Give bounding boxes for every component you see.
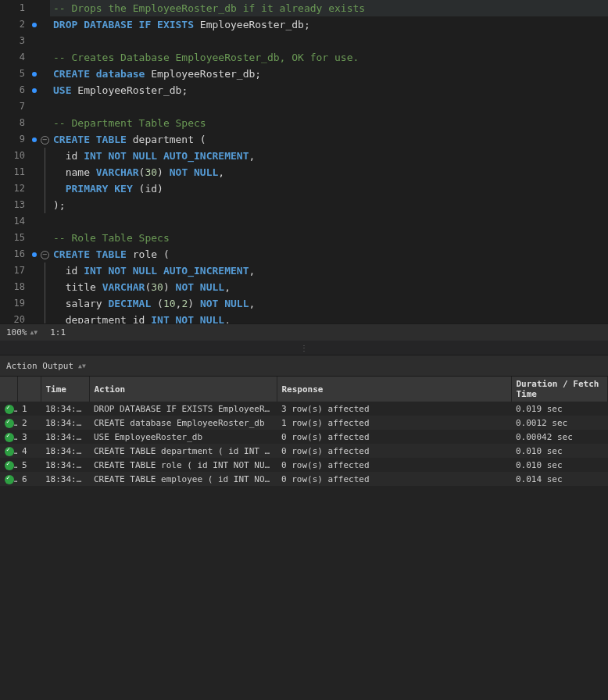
line-number: 5 bbox=[0, 66, 25, 82]
marker-cell bbox=[30, 82, 39, 98]
code-line[interactable]: DROP DATABASE IF EXISTS EmployeeRoster_d… bbox=[50, 16, 608, 33]
column-header[interactable]: Duration / Fetch Time bbox=[511, 377, 608, 402]
output-row[interactable]: 418:34:48CREATE TABLE department ( id IN… bbox=[0, 444, 608, 458]
code-line[interactable]: CREATE database EmployeeRoster_db; bbox=[50, 66, 608, 82]
marker-cell bbox=[30, 279, 39, 295]
output-cell: 0.010 sec bbox=[511, 444, 608, 458]
output-cell bbox=[0, 458, 17, 472]
code-line[interactable]: CREATE TABLE department ( bbox=[50, 131, 608, 148]
code-line[interactable]: PRIMARY KEY (id) bbox=[50, 180, 608, 197]
zoom-value: 100% bbox=[6, 327, 27, 338]
code-line[interactable]: CREATE TABLE role ( bbox=[50, 246, 608, 262]
fold-cell bbox=[39, 148, 50, 164]
line-number: 9 bbox=[0, 131, 25, 148]
output-header-row: TimeActionResponseDuration / Fetch Time bbox=[0, 377, 608, 402]
updown-icon: ▲▼ bbox=[30, 329, 38, 336]
line-number: 7 bbox=[0, 98, 25, 115]
code-line[interactable]: USE EmployeeRoster_db; bbox=[50, 82, 608, 98]
code-line[interactable]: ); bbox=[50, 197, 608, 213]
success-icon bbox=[5, 405, 14, 414]
fold-toggle-icon[interactable]: − bbox=[41, 136, 49, 145]
fold-cell bbox=[39, 213, 50, 230]
fold-cell bbox=[39, 115, 50, 131]
fold-cell bbox=[39, 180, 50, 197]
code-line[interactable]: department_id INT NOT NULL, bbox=[50, 312, 608, 323]
code-line[interactable]: -- Department Table Specs bbox=[50, 115, 608, 131]
output-cell: 3 row(s) affected bbox=[277, 402, 511, 416]
fold-cell bbox=[39, 49, 50, 66]
column-header[interactable] bbox=[0, 377, 17, 402]
output-cell bbox=[0, 444, 17, 458]
code-line[interactable]: id INT NOT NULL AUTO_INCREMENT, bbox=[50, 148, 608, 164]
line-number: 3 bbox=[0, 33, 25, 49]
fold-cell bbox=[39, 230, 50, 246]
code-line[interactable] bbox=[50, 98, 608, 115]
marker-cell bbox=[30, 180, 39, 197]
column-header[interactable]: Time bbox=[41, 377, 89, 402]
updown-icon[interactable]: ▲▼ bbox=[78, 362, 86, 370]
code-line[interactable] bbox=[50, 213, 608, 230]
fold-cell bbox=[39, 312, 50, 323]
code-line[interactable] bbox=[50, 33, 608, 49]
line-number: 14 bbox=[0, 213, 25, 230]
output-row[interactable]: 318:34:48USE EmployeeRoster_db0 row(s) a… bbox=[0, 430, 608, 444]
line-number-gutter: 1234567891011121314151617181920212223242… bbox=[0, 0, 30, 323]
output-cell: USE EmployeeRoster_db bbox=[89, 430, 277, 444]
statement-marker-icon bbox=[32, 23, 37, 27]
marker-column bbox=[30, 0, 39, 323]
fold-toggle-icon[interactable]: − bbox=[41, 251, 49, 259]
output-row[interactable]: 218:34:48CREATE database EmployeeRoster_… bbox=[0, 416, 608, 430]
marker-cell bbox=[30, 49, 39, 66]
code-line[interactable]: -- Creates Database EmployeeRoster_db, O… bbox=[50, 49, 608, 66]
code-line[interactable]: -- Role Table Specs bbox=[50, 230, 608, 246]
fold-cell bbox=[39, 16, 50, 33]
output-row[interactable]: 118:34:48DROP DATABASE IF EXISTS Employe… bbox=[0, 402, 608, 416]
output-panel-header: Action Output ▲▼ bbox=[0, 355, 608, 377]
zoom-level[interactable]: 100% ▲▼ bbox=[6, 327, 38, 338]
marker-cell bbox=[30, 148, 39, 164]
fold-stem bbox=[45, 262, 45, 279]
success-icon bbox=[5, 461, 14, 470]
output-cell: 0.019 sec bbox=[511, 402, 608, 416]
sql-editor[interactable]: 1234567891011121314151617181920212223242… bbox=[0, 0, 608, 323]
output-body: 118:34:48DROP DATABASE IF EXISTS Employe… bbox=[0, 402, 608, 486]
code-line[interactable]: title VARCHAR(30) NOT NULL, bbox=[50, 279, 608, 295]
fold-cell bbox=[39, 82, 50, 98]
marker-cell bbox=[30, 115, 39, 131]
output-cell bbox=[0, 430, 17, 444]
statement-marker-icon bbox=[32, 138, 37, 142]
output-row[interactable]: 618:34:48CREATE TABLE employee ( id INT … bbox=[0, 472, 608, 486]
output-cell: 18:34:48 bbox=[41, 416, 89, 430]
line-number: 6 bbox=[0, 82, 25, 98]
action-output-table[interactable]: TimeActionResponseDuration / Fetch Time … bbox=[0, 377, 608, 700]
column-header[interactable]: Action bbox=[89, 377, 277, 402]
output-cell: 1 row(s) affected bbox=[277, 416, 511, 430]
code-line[interactable]: name VARCHAR(30) NOT NULL, bbox=[50, 164, 608, 180]
marker-cell bbox=[30, 197, 39, 213]
fold-cell bbox=[39, 164, 50, 180]
column-header[interactable]: Response bbox=[277, 377, 511, 402]
line-number: 19 bbox=[0, 295, 25, 312]
line-number: 16 bbox=[0, 246, 25, 262]
line-number: 1 bbox=[0, 0, 25, 16]
line-number: 8 bbox=[0, 115, 25, 131]
column-header[interactable] bbox=[17, 377, 41, 402]
output-cell: 4 bbox=[17, 444, 41, 458]
output-cell: 18:34:48 bbox=[41, 430, 89, 444]
editor-status-bar: 100% ▲▼ 1:1 bbox=[0, 323, 608, 341]
output-cell: 6 bbox=[17, 472, 41, 486]
fold-stem bbox=[45, 279, 45, 295]
code-line[interactable]: id INT NOT NULL AUTO_INCREMENT, bbox=[50, 262, 608, 279]
code-content[interactable]: -- Drops the EmployeeRoster_db if it alr… bbox=[50, 0, 608, 323]
panel-drag-handle[interactable]: ⋮ bbox=[0, 341, 608, 355]
output-cell: 5 bbox=[17, 458, 41, 472]
code-line[interactable]: -- Drops the EmployeeRoster_db if it alr… bbox=[50, 0, 608, 16]
line-number: 2 bbox=[0, 16, 25, 33]
output-label[interactable]: Action Output bbox=[6, 361, 73, 371]
output-row[interactable]: 518:34:48CREATE TABLE role ( id INT NOT … bbox=[0, 458, 608, 472]
code-line[interactable]: salary DECIMAL (10,2) NOT NULL, bbox=[50, 295, 608, 312]
marker-cell bbox=[30, 66, 39, 82]
marker-cell bbox=[30, 246, 39, 262]
marker-cell bbox=[30, 295, 39, 312]
success-icon bbox=[5, 433, 14, 442]
